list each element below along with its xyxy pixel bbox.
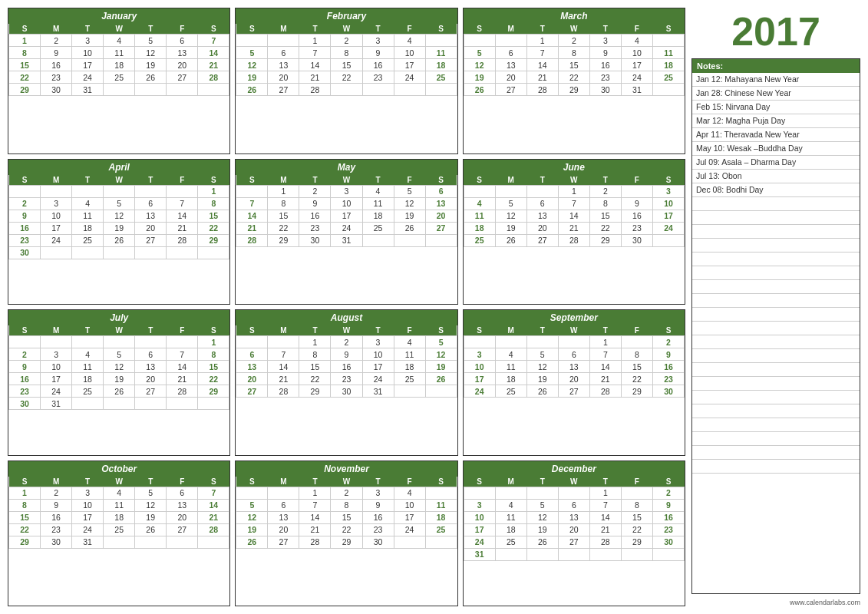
cal-day: 17 [331, 210, 362, 222]
cal-day: 30 [41, 536, 72, 548]
cal-day: 30 [589, 84, 621, 96]
cal-day: 13 [558, 361, 589, 373]
cal-day: 6 [236, 348, 268, 361]
day-header: T [299, 325, 331, 336]
day-header: S [425, 175, 457, 186]
day-header: T [589, 325, 621, 336]
cal-day: 21 [198, 59, 229, 71]
cal-day: 2 [589, 185, 621, 197]
cal-day [167, 84, 198, 96]
cal-day: 15 [331, 59, 362, 71]
cal-day: 18 [464, 222, 495, 234]
cal-day: 19 [394, 210, 425, 222]
cal-day: 15 [331, 511, 362, 523]
cal-day: 26 [394, 222, 425, 234]
day-header: S [652, 325, 684, 336]
day-header: F [621, 325, 652, 336]
day-header: S [198, 24, 229, 35]
cal-day: 28 [589, 536, 621, 548]
day-header: F [621, 477, 652, 487]
cal-day [526, 487, 558, 499]
cal-day: 2 [331, 487, 362, 499]
cal-day: 11 [104, 499, 135, 511]
cal-day: 22 [9, 71, 41, 84]
day-header: T [299, 24, 331, 35]
cal-day: 19 [135, 59, 167, 71]
notes-item: Dec 08: Bodhi Day [692, 183, 860, 197]
cal-day [464, 487, 495, 499]
day-header: T [362, 24, 394, 35]
cal-day: 6 [268, 47, 299, 59]
cal-day: 14 [526, 59, 558, 71]
notes-item [692, 280, 860, 294]
cal-day [495, 487, 526, 499]
cal-day: 21 [198, 511, 229, 523]
day-header: M [268, 325, 299, 336]
cal-day: 14 [198, 499, 229, 511]
cal-day: 4 [72, 348, 104, 361]
cal-day: 8 [589, 197, 621, 210]
cal-day: 24 [362, 373, 394, 385]
cal-day: 8 [331, 47, 362, 59]
day-header: F [167, 325, 198, 336]
cal-day [72, 398, 104, 410]
cal-table-october: SMTWTFS123456789101112131415161718192021… [8, 477, 229, 549]
cal-day: 24 [331, 222, 362, 234]
cal-day: 17 [41, 373, 72, 385]
cal-day: 27 [167, 71, 198, 84]
cal-day: 15 [299, 361, 331, 373]
day-header: T [589, 477, 621, 487]
cal-day [41, 246, 72, 259]
cal-day: 22 [558, 71, 589, 84]
cal-day: 24 [621, 71, 652, 84]
cal-day: 27 [558, 536, 589, 548]
cal-day: 16 [652, 511, 684, 523]
cal-day: 19 [464, 71, 495, 84]
cal-day: 16 [621, 210, 652, 222]
cal-day [425, 385, 457, 398]
cal-day [464, 35, 495, 47]
cal-day: 18 [425, 511, 457, 523]
cal-day [621, 487, 652, 499]
cal-day [652, 84, 684, 96]
cal-day: 8 [198, 348, 229, 361]
day-header: T [589, 24, 621, 35]
cal-day: 4 [394, 35, 425, 47]
cal-day: 10 [331, 197, 362, 210]
cal-day: 7 [198, 487, 229, 499]
notes-item [692, 363, 860, 377]
cal-day: 10 [394, 47, 425, 59]
cal-day: 3 [41, 348, 72, 361]
cal-day: 17 [394, 511, 425, 523]
cal-day: 27 [495, 84, 526, 96]
cal-day [362, 234, 394, 246]
cal-day: 7 [589, 499, 621, 511]
month-header-november: November [236, 461, 457, 477]
cal-day: 30 [652, 385, 684, 398]
notes-item [692, 432, 860, 446]
day-header: M [268, 24, 299, 35]
cal-day [394, 536, 425, 548]
month-june: JuneSMTWTFS12345678910111213141516171819… [463, 159, 685, 305]
cal-day: 7 [268, 348, 299, 361]
cal-day: 26 [526, 385, 558, 398]
day-header: F [394, 175, 425, 186]
cal-day: 21 [299, 71, 331, 84]
cal-day: 13 [425, 197, 457, 210]
cal-day: 23 [652, 373, 684, 385]
cal-day: 19 [236, 71, 268, 84]
day-header: T [135, 325, 167, 336]
cal-day: 20 [558, 523, 589, 536]
cal-day [652, 548, 684, 560]
cal-day: 4 [362, 185, 394, 197]
cal-day: 11 [495, 361, 526, 373]
cal-day: 19 [135, 511, 167, 523]
cal-day: 3 [362, 35, 394, 47]
cal-day: 2 [652, 336, 684, 348]
cal-day: 16 [362, 511, 394, 523]
cal-day: 25 [495, 536, 526, 548]
cal-day: 12 [526, 361, 558, 373]
cal-day: 19 [495, 222, 526, 234]
cal-day: 3 [464, 348, 495, 361]
cal-day: 13 [268, 511, 299, 523]
